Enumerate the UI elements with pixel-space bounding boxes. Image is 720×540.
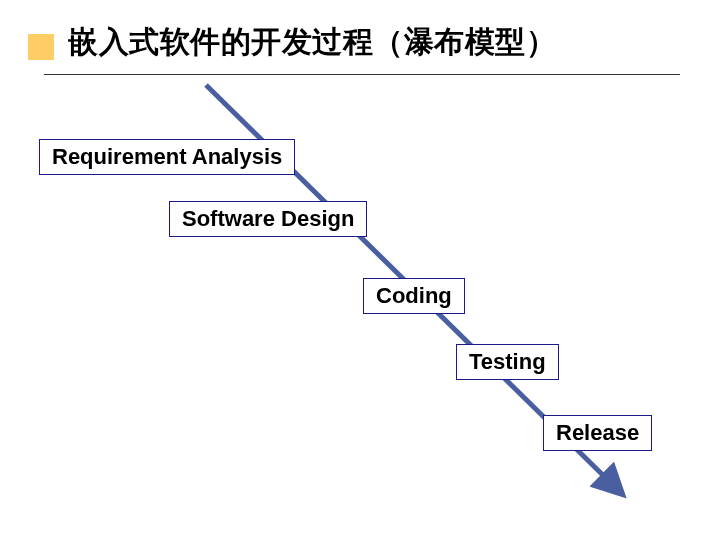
stage-box-0: Requirement Analysis [39,139,295,175]
stage-box-3: Testing [456,344,559,380]
waterfall-arrow-icon [0,0,720,540]
stage-box-1: Software Design [169,201,367,237]
slide: 嵌入式软件的开发过程（瀑布模型） Requirement AnalysisSof… [0,0,720,540]
stage-box-4: Release [543,415,652,451]
stage-box-2: Coding [363,278,465,314]
